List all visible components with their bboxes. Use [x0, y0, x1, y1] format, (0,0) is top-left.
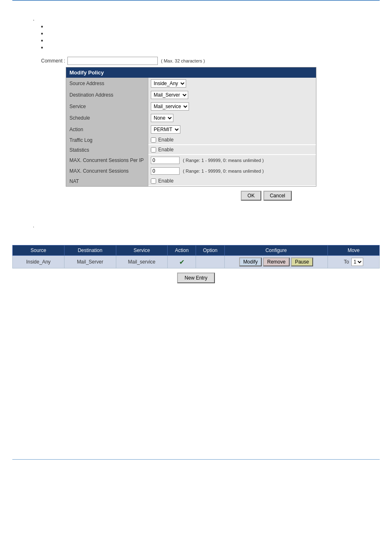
traffic-log-value: Enable	[148, 135, 316, 144]
modify-policy-table: Modify Policy Source Address Inside_Any …	[66, 67, 316, 187]
row-service: Mail_service	[116, 256, 168, 268]
source-address-select[interactable]: Inside_Any	[151, 79, 186, 88]
traffic-log-enable-label: Enable	[158, 137, 173, 143]
comment-hint: ( Max. 32 characters )	[161, 58, 205, 63]
second-dot: .	[33, 223, 376, 229]
service-value: Mail_service	[148, 101, 316, 112]
max-sessions-value: ( Range: 1 - 99999, 0: means unlimited )	[148, 166, 316, 176]
row-action: ✔	[168, 256, 196, 268]
source-address-value: Inside_Any	[148, 78, 316, 89]
source-address-label: Source Address	[66, 78, 148, 89]
schedule-value: None	[148, 112, 316, 124]
service-select[interactable]: Mail_service	[151, 102, 189, 111]
move-select[interactable]: 1	[351, 258, 363, 266]
action-label: Action	[66, 124, 148, 135]
bullet-item-2	[41, 31, 376, 37]
modify-policy-container: Modify Policy Source Address Inside_Any …	[41, 67, 292, 187]
bullet-item-4	[41, 45, 376, 51]
row-configure: Modify Remove Pause	[224, 256, 328, 268]
statistics-label: Statistics	[66, 145, 148, 155]
col-header-action: Action	[168, 245, 196, 256]
destination-address-value: Mail_Server	[148, 89, 316, 101]
max-sessions-input[interactable]	[151, 167, 180, 175]
new-entry-container: New Entry	[12, 273, 380, 283]
max-sessions-per-ip-label: MAX. Concurrent Sessions Per IP	[66, 155, 148, 166]
row-source: Inside_Any	[13, 256, 65, 268]
nat-checkbox[interactable]	[151, 178, 156, 184]
max-sessions-per-ip-value: ( Range: 1 - 99999, 0: means unlimited )	[148, 155, 316, 166]
row-option	[196, 256, 224, 268]
service-label: Service	[66, 101, 148, 112]
max-sessions-per-ip-hint: ( Range: 1 - 99999, 0: means unlimited )	[183, 158, 264, 163]
col-header-source: Source	[13, 245, 65, 256]
comment-label: Comment :	[41, 58, 65, 64]
section-dot: .	[33, 15, 376, 22]
table-row: Inside_Any Mail_Server Mail_service ✔ Mo…	[13, 256, 380, 268]
max-sessions-label: MAX. Concurrent Sessions	[66, 166, 148, 176]
bullet-list	[41, 24, 376, 51]
new-entry-button[interactable]: New Entry	[177, 273, 214, 283]
nat-label: NAT	[66, 176, 148, 187]
statistics-enable-label: Enable	[158, 147, 173, 153]
traffic-log-checkbox[interactable]	[151, 137, 156, 143]
pause-button[interactable]: Pause	[291, 257, 313, 266]
comment-row: Comment : ( Max. 32 characters )	[41, 57, 376, 65]
bullet-item-1	[41, 24, 376, 30]
modify-button[interactable]: Modify	[239, 257, 262, 266]
ok-cancel-row: OK Cancel	[41, 191, 292, 201]
bottom-rule	[12, 459, 380, 460]
page-footer-space	[0, 291, 392, 456]
max-sessions-hint: ( Range: 1 - 99999, 0: means unlimited )	[183, 169, 264, 173]
col-header-configure: Configure	[224, 245, 328, 256]
col-header-destination: Destination	[64, 245, 116, 256]
bullet-section: .	[33, 15, 376, 51]
col-header-service: Service	[116, 245, 168, 256]
traffic-log-label: Traffic Log	[66, 135, 148, 145]
action-checkmark: ✔	[179, 259, 184, 266]
max-sessions-per-ip-input[interactable]	[151, 157, 180, 164]
configure-buttons: Modify Remove Pause	[228, 257, 325, 266]
policy-list-table: Source Destination Service Action Option…	[12, 245, 380, 268]
comment-input[interactable]	[67, 57, 158, 65]
ok-button[interactable]: OK	[241, 191, 261, 201]
nat-enable-label: Enable	[158, 178, 173, 184]
move-cell: To 1	[331, 258, 376, 266]
schedule-label: Schedule	[66, 112, 148, 124]
remove-button[interactable]: Remove	[263, 257, 290, 266]
row-move: To 1	[328, 256, 380, 268]
nat-value: Enable	[148, 176, 316, 185]
col-header-move: Move	[328, 245, 380, 256]
destination-address-label: Destination Address	[66, 89, 148, 101]
destination-address-select[interactable]: Mail_Server	[151, 91, 188, 99]
modify-policy-header: Modify Policy	[66, 67, 316, 78]
schedule-select[interactable]: None	[151, 114, 173, 122]
action-select[interactable]: PERMIT	[151, 125, 180, 134]
section-separator	[16, 209, 376, 215]
col-header-option: Option	[196, 245, 224, 256]
statistics-value: Enable	[148, 145, 316, 154]
bullet-item-3	[41, 38, 376, 44]
statistics-checkbox[interactable]	[151, 147, 156, 153]
policy-table-section: Source Destination Service Action Option…	[12, 245, 380, 283]
action-value: PERMIT	[148, 124, 316, 135]
move-to-label: To	[344, 259, 349, 265]
row-destination: Mail_Server	[64, 256, 116, 268]
cancel-button[interactable]: Cancel	[263, 191, 292, 201]
